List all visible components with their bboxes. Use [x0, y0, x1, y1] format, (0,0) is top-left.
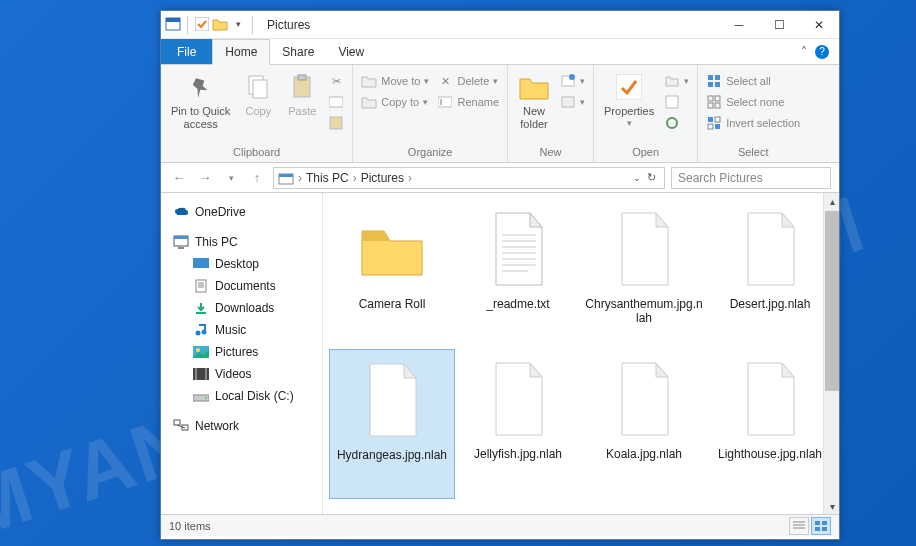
copy-path-button[interactable] — [326, 92, 346, 112]
file-item[interactable]: Hydrangeas.jpg.nlah — [329, 349, 455, 499]
svg-rect-18 — [715, 75, 720, 80]
address-box[interactable]: › This PC › Pictures › ⌄ ↻ — [273, 167, 665, 189]
collapse-ribbon-icon[interactable]: ˄ — [801, 45, 807, 59]
refresh-icon[interactable]: ↻ — [643, 171, 660, 184]
svg-rect-45 — [195, 368, 197, 380]
svg-rect-34 — [193, 258, 209, 268]
paste-button[interactable]: Paste — [282, 69, 322, 120]
breadcrumb-thispc[interactable]: This PC — [306, 171, 349, 185]
forward-button[interactable]: → — [195, 168, 215, 188]
sidebar-item-downloads[interactable]: Downloads — [165, 297, 318, 319]
svg-point-48 — [205, 397, 207, 399]
select-all-button[interactable]: Select all — [704, 71, 802, 91]
tab-file[interactable]: File — [161, 39, 212, 64]
search-input[interactable]: Search Pictures — [671, 167, 831, 189]
ribbon-group-clipboard: Pin to Quick access Copy Paste ✂ — [161, 65, 353, 162]
icons-view-button[interactable] — [811, 517, 831, 535]
sidebar-item-thispc[interactable]: This PC — [165, 231, 318, 253]
documents-icon — [193, 278, 209, 294]
file-item[interactable]: Desert.jpg.nlah — [707, 199, 833, 349]
file-item[interactable]: Koala.jpg.nlah — [581, 349, 707, 499]
invert-selection-button[interactable]: Invert selection — [704, 113, 802, 133]
rename-icon — [437, 94, 453, 110]
item-count: 10 items — [169, 520, 211, 532]
delete-button[interactable]: ✕Delete▾ — [435, 71, 501, 91]
file-icon — [356, 358, 428, 442]
tab-share[interactable]: Share — [270, 39, 326, 64]
history-icon — [664, 115, 680, 131]
back-button[interactable]: ← — [169, 168, 189, 188]
easy-access-button[interactable]: ▾ — [558, 92, 587, 112]
close-button[interactable]: ✕ — [799, 11, 839, 39]
file-item[interactable]: _readme.txt — [455, 199, 581, 349]
qat-folder-icon[interactable] — [212, 16, 228, 32]
window-title: Pictures — [267, 18, 310, 32]
scrollbar[interactable]: ▴ ▾ — [823, 193, 839, 514]
sidebar-item-videos[interactable]: Videos — [165, 363, 318, 385]
new-folder-icon — [518, 71, 550, 103]
svg-rect-13 — [562, 97, 574, 107]
easy-access-icon — [560, 94, 576, 110]
scroll-down-icon[interactable]: ▾ — [824, 498, 839, 514]
address-dropdown-icon[interactable]: ⌄ — [633, 173, 641, 183]
svg-rect-6 — [298, 75, 306, 80]
copy-button[interactable]: Copy — [238, 69, 278, 120]
breadcrumb-pictures[interactable]: Pictures — [361, 171, 404, 185]
properties-button[interactable]: Properties ▾ — [600, 69, 658, 130]
copy-path-icon — [328, 94, 344, 110]
cut-button[interactable]: ✂ — [326, 71, 346, 91]
details-view-button[interactable] — [789, 517, 809, 535]
paste-shortcut-button[interactable] — [326, 113, 346, 133]
ribbon-group-new: New folder ▾ ▾ New — [508, 65, 594, 162]
rename-button[interactable]: Rename — [435, 92, 501, 112]
svg-rect-20 — [715, 82, 720, 87]
sidebar-item-pictures[interactable]: Pictures — [165, 341, 318, 363]
svg-rect-1 — [166, 18, 180, 22]
move-to-button[interactable]: Move to▾ — [359, 71, 431, 91]
sidebar-item-desktop[interactable]: Desktop — [165, 253, 318, 275]
help-icon[interactable]: ? — [815, 45, 829, 59]
history-button[interactable] — [662, 113, 691, 133]
recent-dropdown[interactable]: ▾ — [221, 168, 241, 188]
sidebar-item-documents[interactable]: Documents — [165, 275, 318, 297]
scroll-up-icon[interactable]: ▴ — [824, 193, 839, 209]
qat-dropdown-icon[interactable]: ▾ — [230, 16, 246, 32]
invert-selection-icon — [706, 115, 722, 131]
pictures-icon — [193, 344, 209, 360]
properties-icon — [613, 71, 645, 103]
sidebar-item-onedrive[interactable]: OneDrive — [165, 201, 318, 223]
select-all-icon — [706, 73, 722, 89]
new-folder-button[interactable]: New folder — [514, 69, 554, 132]
pin-to-quick-access-button[interactable]: Pin to Quick access — [167, 69, 234, 132]
sidebar-item-network[interactable]: Network — [165, 415, 318, 437]
explorer-window: ▾ Pictures ─ ☐ ✕ File Home Share View ˄ … — [160, 10, 840, 540]
sidebar-item-localdisk[interactable]: Local Disk (C:) — [165, 385, 318, 407]
title-bar: ▾ Pictures ─ ☐ ✕ — [161, 11, 839, 39]
svg-rect-30 — [279, 174, 293, 177]
file-label: _readme.txt — [486, 297, 549, 311]
tab-view[interactable]: View — [326, 39, 376, 64]
copy-to-button[interactable]: Copy to▾ — [359, 92, 431, 112]
qat-properties-icon[interactable] — [194, 16, 210, 32]
file-item[interactable]: Chrysanthemum.jpg.nlah — [581, 199, 707, 349]
svg-rect-24 — [715, 103, 720, 108]
edit-icon — [664, 94, 680, 110]
scrollbar-thumb[interactable] — [825, 211, 839, 391]
maximize-button[interactable]: ☐ — [759, 11, 799, 39]
file-item[interactable]: Camera Roll — [329, 199, 455, 349]
navigation-pane: OneDrive This PC Desktop Documents Downl… — [161, 193, 323, 514]
select-none-icon — [706, 94, 722, 110]
minimize-button[interactable]: ─ — [719, 11, 759, 39]
ribbon-group-open: Properties ▾ ▾ Open — [594, 65, 698, 162]
file-item[interactable]: Lighthouse.jpg.nlah — [707, 349, 833, 499]
file-item[interactable]: Jellyfish.jpg.nlah — [455, 349, 581, 499]
svg-rect-62 — [815, 521, 820, 525]
file-list: Camera Roll_readme.txtChrysanthemum.jpg.… — [323, 193, 839, 514]
sidebar-item-music[interactable]: Music — [165, 319, 318, 341]
up-button[interactable]: ↑ — [247, 168, 267, 188]
tab-home[interactable]: Home — [212, 39, 270, 65]
new-item-button[interactable]: ▾ — [558, 71, 587, 91]
select-none-button[interactable]: Select none — [704, 92, 802, 112]
edit-button[interactable] — [662, 92, 691, 112]
open-button[interactable]: ▾ — [662, 71, 691, 91]
